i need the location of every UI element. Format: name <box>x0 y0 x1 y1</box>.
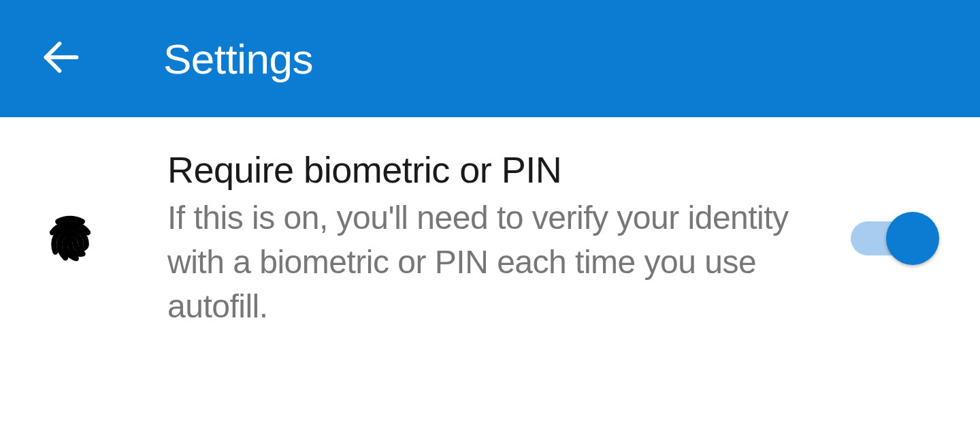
fingerprint-icon <box>41 209 99 268</box>
setting-text-container: Require biometric or PIN If this is on, … <box>167 149 851 328</box>
back-button[interactable] <box>41 37 82 80</box>
page-title: Settings <box>163 35 313 83</box>
setting-title: Require biometric or PIN <box>167 149 823 191</box>
setting-description: If this is on, you'll need to verify you… <box>167 196 823 328</box>
biometric-toggle[interactable] <box>851 211 939 266</box>
toggle-thumb <box>886 212 939 265</box>
setting-biometric-pin[interactable]: Require biometric or PIN If this is on, … <box>0 117 980 328</box>
app-header: Settings <box>0 0 980 117</box>
arrow-left-icon <box>41 37 82 80</box>
